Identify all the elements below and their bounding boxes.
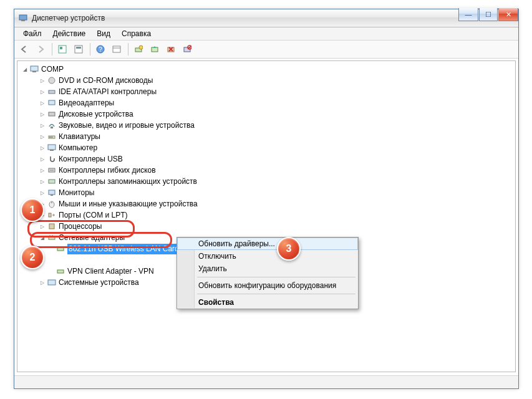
tree-label: Контроллеры запоминающих устройств [59,176,197,187]
tree-label: Клавиатуры [59,132,100,142]
svg-rect-27 [52,137,53,138]
menu-file[interactable]: Файл [18,28,47,39]
update-driver-button[interactable] [147,42,162,57]
tree-category[interactable]: ▷Звуковые, видео и игровые устройства [17,120,515,131]
action-toolbar-button[interactable] [109,42,124,57]
window-buttons: — ☐ ✕ [458,8,518,21]
toolbar: ? [14,41,518,59]
toolbar-separator [128,43,128,55]
svg-rect-1 [21,20,25,21]
tree-label: Мониторы [59,188,94,198]
ctx-update-drivers[interactable]: Обновить драйверы... [177,238,358,250]
uninstall-button[interactable] [163,42,178,57]
minimize-button[interactable]: — [458,8,478,21]
tree-category[interactable]: ▷DVD и CD-ROM дисководы [17,75,515,86]
tree-category[interactable]: ▷Контроллеры USB [17,153,515,165]
tree-label: 802.11n USB Wireless LAN Card [67,244,180,254]
tree-label: DVD и CD-ROM дисководы [59,75,153,86]
tree-category[interactable]: ▷Контроллеры гибких дисков [17,165,515,176]
expander-icon[interactable]: ▷ [39,221,46,232]
expander-icon[interactable]: ▷ [39,176,46,187]
properties-toolbar-button[interactable] [71,42,86,57]
window: Диспетчер устройств — ☐ ✕ Файл Действие … [14,9,519,389]
device-category-icon [47,199,57,209]
expander-icon[interactable]: ▷ [39,188,46,198]
tree-label: Мыши и иные указывающие устройства [59,199,198,209]
expander-icon[interactable]: ◢ [39,233,46,243]
tree-category[interactable]: ▷Дисковые устройства [17,108,515,120]
svg-rect-4 [75,46,82,53]
expander-icon[interactable]: ▷ [39,87,46,97]
help-toolbar-button[interactable]: ? [93,42,108,57]
network-card-icon [56,266,65,276]
ctx-rescan[interactable]: Обновить конфигурацию оборудования [177,279,358,292]
tree-category[interactable]: ▷IDE ATA/ATAPI контроллеры [17,86,515,97]
device-manager-icon [18,13,28,23]
expander-icon[interactable]: ▷ [39,143,46,153]
svg-rect-5 [76,47,81,49]
menu-help[interactable]: Справка [117,28,156,39]
network-card-icon [56,244,65,254]
svg-rect-25 [49,137,51,138]
svg-rect-31 [50,170,54,171]
tree-category[interactable]: ▷Контроллеры запоминающих устройств [17,176,515,187]
device-category-icon [47,188,57,198]
svg-rect-34 [51,195,53,196]
tree-label: Видеоадаптеры [59,98,114,108]
svg-rect-28 [48,145,56,150]
tree-category[interactable]: ▷Мониторы [17,187,515,198]
tree-category[interactable]: ▷Компьютер [17,142,515,153]
back-button[interactable] [17,42,32,57]
svg-rect-20 [49,90,55,94]
close-button[interactable]: ✕ [498,8,518,21]
expander-icon[interactable]: ▷ [39,75,46,86]
svg-rect-29 [50,150,54,151]
forward-button[interactable] [33,42,48,57]
disable-button[interactable] [180,42,195,57]
svg-rect-0 [19,15,27,20]
device-category-icon [47,75,57,85]
tree-root[interactable]: ◢ COMP [17,64,515,75]
expander-icon[interactable]: ◢ [21,64,29,75]
show-hide-tree-button[interactable] [55,42,70,57]
toolbar-separator [52,43,52,55]
expander-icon[interactable]: ▷ [39,154,46,165]
device-category-icon [47,132,57,142]
svg-rect-22 [49,112,55,116]
device-category-icon [47,210,57,220]
svg-rect-44 [48,280,56,285]
ctx-remove[interactable]: Удалить [177,262,358,275]
context-menu-separator [197,277,355,277]
scan-hardware-button[interactable] [131,42,146,57]
tree-category[interactable]: ▷ Процессоры [17,221,515,232]
svg-rect-39 [49,236,55,239]
expander-icon[interactable]: ▷ [39,165,46,176]
tree-label: Сетевые адаптеры [59,233,125,243]
svg-rect-17 [31,66,38,71]
expander-icon[interactable]: ▷ [39,132,46,142]
svg-rect-38 [49,224,54,229]
tree-category[interactable]: ▷Порты (COM и LPT) [17,209,515,221]
menu-view[interactable]: Вид [92,28,115,39]
step-badge-1: 1 [21,198,44,222]
expander-icon[interactable]: ▷ [39,98,46,108]
svg-rect-33 [49,190,55,195]
maximize-button[interactable]: ☐ [479,8,498,21]
ctx-disable[interactable]: Отключить [177,250,358,262]
expander-icon[interactable]: ▷ [39,120,46,131]
tree-category[interactable]: ▷Клавиатуры [17,131,515,142]
tree-label: Контроллеры гибких дисков [59,165,156,176]
expander-icon[interactable]: ▷ [39,109,46,120]
tree-label: Компьютер [59,143,97,153]
step-badge-2: 2 [21,246,44,269]
expander-icon[interactable]: ▷ [39,277,46,288]
menu-action[interactable]: Действие [48,28,91,39]
tree-category[interactable]: ▷Видеоадаптеры [17,97,515,108]
svg-point-11 [139,46,143,49]
device-category-icon [47,87,57,97]
svg-rect-37 [49,213,51,217]
tree-category[interactable]: ▷Мыши и иные указывающие устройства [17,198,515,209]
device-category-icon [47,109,57,119]
computer-icon [29,64,39,74]
ctx-properties[interactable]: Свойства [177,296,358,309]
